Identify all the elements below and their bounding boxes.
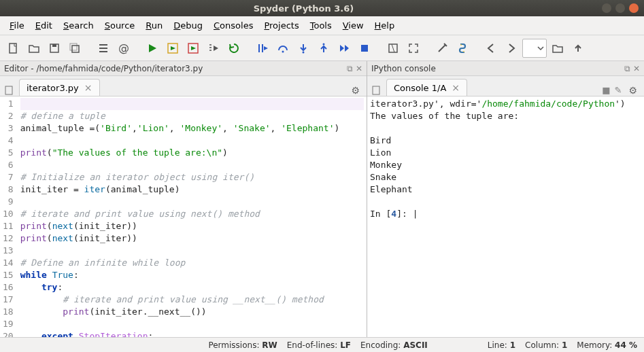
code-line[interactable]: except StopIteration: [20,330,364,337]
open-file-button[interactable] [24,39,44,58]
menu-view[interactable]: View [339,19,368,32]
run-button[interactable] [143,39,162,58]
parent-dir-button[interactable] [569,39,588,58]
close-console-tab-icon[interactable]: × [452,82,460,93]
save-button[interactable] [45,39,64,58]
menu-consoles[interactable]: Consoles [209,19,257,32]
console-pane: IPython console ⧉ ✕ Console 1/A × ■ ✎ ⚙ … [367,61,644,337]
menu-projects[interactable]: Projects [260,19,303,32]
maximize-pane-button[interactable] [384,39,403,58]
close-window-button[interactable] [629,3,639,13]
menu-edit[interactable]: Edit [31,19,56,32]
tab-console-1a[interactable]: Console 1/A × [386,79,467,96]
svg-rect-2 [52,44,56,47]
menu-help[interactable]: Help [371,19,399,32]
maximize-button[interactable] [615,3,625,13]
close-tab-icon[interactable]: × [84,82,92,93]
menu-debug[interactable]: Debug [169,19,207,32]
code-editor[interactable]: 12345678910111213141516171819202122 # de… [0,96,367,337]
menu-search[interactable]: Search [59,19,98,32]
code-line[interactable] [20,159,364,171]
menu-run[interactable]: Run [141,19,167,32]
browse-cwd-button[interactable] [548,39,567,58]
code-line[interactable]: # iterate and print value using __next__… [20,294,364,306]
detach-pane-icon[interactable]: ⧉ [347,64,353,73]
code-line[interactable] [20,245,364,257]
step-over-button[interactable] [273,39,292,58]
new-file-button[interactable] [4,39,23,58]
status-eol: End-of-lines: LF [287,340,351,350]
svg-rect-4 [72,46,79,52]
svg-point-7 [282,50,284,52]
svg-point-9 [323,43,325,45]
minimize-button[interactable] [602,3,611,13]
svg-rect-10 [361,45,368,52]
step-out-button[interactable] [314,39,333,58]
code-line[interactable]: # define a tuple [20,110,364,122]
svg-rect-15 [373,86,379,94]
code-line[interactable] [20,98,364,110]
close-pane-icon[interactable]: ✕ [356,64,362,73]
code-line[interactable]: # Define an infinite while loop [20,257,364,269]
menu-tools[interactable]: Tools [306,19,336,32]
run-cell-button[interactable] [163,39,182,58]
code-line[interactable]: animal_tuple =('Bird','Lion', 'Monkey', … [20,122,364,135]
svg-rect-14 [5,86,12,94]
code-line[interactable]: print(next(init_iter)) [20,232,364,245]
svg-point-13 [463,50,464,52]
code-line[interactable] [20,318,364,330]
stop-console-icon[interactable]: ■ [602,85,610,96]
code-line[interactable]: while True: [20,269,364,281]
status-permissions: Permissions: RW [208,340,277,350]
menu-source[interactable]: Source [101,19,139,32]
menubar: FileEditSearchSourceRunDebugConsolesProj… [0,16,644,35]
run-cell-advance-button[interactable] [184,39,203,58]
status-encoding: Encoding: ASCII [360,340,428,350]
code-line[interactable]: print("The values of the tuple are:\n") [20,147,364,159]
toolbar: @ [0,35,644,61]
step-into-button[interactable] [294,39,313,58]
console-options-icon[interactable]: ⚙ [626,85,640,96]
run-selection-button[interactable] [204,39,223,58]
preferences-button[interactable] [433,39,452,58]
cwd-dropdown[interactable] [522,39,547,58]
code-line[interactable]: # Initialize an iterator object using it… [20,171,364,183]
console-tab-label: Console 1/A [394,83,446,93]
code-line[interactable] [20,135,364,147]
forward-button[interactable] [502,39,521,58]
status-memory: Memory: 44 % [577,340,637,350]
pythonpath-button[interactable] [453,39,472,58]
code-line[interactable]: print(init_iter.__next__()) [20,306,364,318]
code-line[interactable]: try: [20,281,364,294]
code-line[interactable]: init_iter = iter(animal_tuple) [20,183,364,196]
file-list-icon[interactable] [4,85,16,96]
svg-point-8 [303,51,305,53]
editor-options-icon[interactable]: ⚙ [348,85,362,96]
clear-console-icon[interactable]: ✎ [615,85,622,96]
close-console-pane-icon[interactable]: ✕ [633,64,640,73]
menu-file[interactable]: File [5,19,29,32]
code-line[interactable]: # iterate and print value using next() m… [20,208,364,220]
rerun-button[interactable] [224,39,243,58]
outline-button[interactable] [94,39,113,58]
detach-console-icon[interactable]: ⧉ [624,64,630,73]
save-all-button[interactable] [65,39,84,58]
editor-pane-title: Editor - /home/fahmida/code/Python/itera… [4,64,347,73]
debug-button[interactable] [253,39,272,58]
at-button[interactable]: @ [114,39,133,58]
tab-iterator3[interactable]: iterator3.py × [19,79,100,96]
svg-rect-3 [70,43,77,50]
svg-point-12 [460,44,462,46]
window-titlebar: Spyder (Python 3.6) [0,0,644,16]
window-title: Spyder (Python 3.6) [5,3,602,14]
fullscreen-button[interactable] [404,39,423,58]
console-list-icon[interactable] [371,85,384,96]
back-button[interactable] [481,39,501,58]
console-pane-title: IPython console [371,64,624,73]
continue-button[interactable] [335,39,354,58]
tab-label: iterator3.py [27,83,79,93]
code-line[interactable] [20,196,364,208]
code-line[interactable]: print(next(init_iter)) [20,220,364,232]
stop-debug-button[interactable] [355,39,374,58]
ipython-console[interactable]: iterator3.py', wdir='/home/fahmida/code/… [367,96,644,337]
